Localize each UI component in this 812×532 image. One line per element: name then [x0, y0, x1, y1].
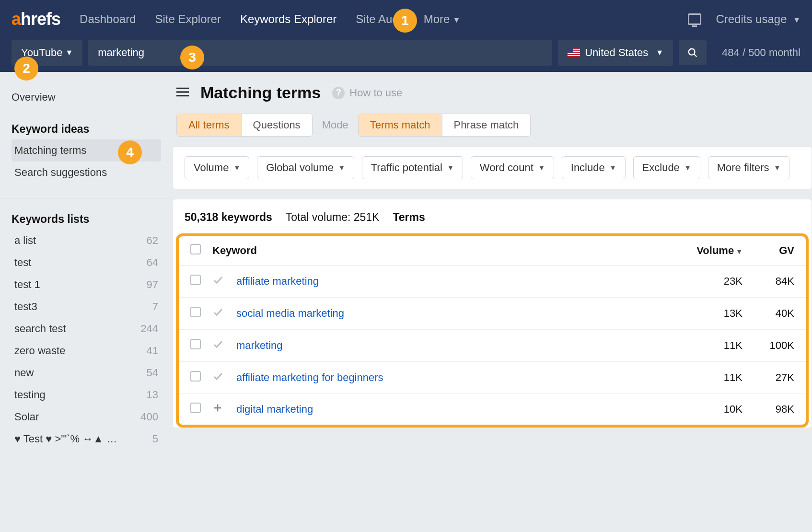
filter-exclude[interactable]: Exclude▼	[633, 156, 700, 179]
th-volume[interactable]: Volume▼	[676, 236, 748, 266]
seg-terms-match[interactable]: Terms match	[359, 114, 442, 136]
body: Overview Keyword ideas Matching terms 4 …	[0, 72, 812, 464]
list-name: Solar	[14, 411, 39, 423]
filter-global-volume[interactable]: Global volume▼	[257, 156, 354, 179]
row-checkbox[interactable]	[190, 339, 201, 349]
sidebar-list-item[interactable]: a list62	[12, 230, 161, 252]
svg-line-1	[694, 54, 697, 57]
sidebar-ideas-heading: Keyword ideas	[12, 123, 161, 136]
keyword-link[interactable]: marketing	[236, 339, 283, 351]
keyword-link[interactable]: social media marketing	[236, 307, 344, 319]
cell-volume: 11K	[676, 362, 748, 394]
sidebar-matching-terms[interactable]: Matching terms 4	[12, 139, 161, 162]
match-mode-toggle: Terms match Phrase match	[358, 114, 531, 137]
filter-include[interactable]: Include▼	[562, 156, 626, 179]
list-name: test	[14, 256, 31, 269]
filter-more-filters[interactable]: More filters▼	[708, 156, 790, 179]
seg-phrase-match[interactable]: Phrase match	[442, 114, 531, 136]
chevron-down-icon: ▼	[793, 16, 800, 24]
nav-more[interactable]: More▼	[424, 12, 461, 26]
table-row: affiliate marketing for beginners11K27K	[179, 362, 806, 394]
seg-questions[interactable]: Questions	[241, 114, 312, 136]
logo-rest: hrefs	[21, 9, 60, 29]
chevron-down-icon: ▼	[447, 164, 454, 172]
list-count: 41	[147, 345, 158, 357]
list-count: 54	[147, 367, 158, 379]
filter-word-count[interactable]: Word count▼	[471, 156, 554, 179]
keyword-link[interactable]: affiliate marketing for beginners	[236, 371, 383, 383]
sidebar-list-item[interactable]: new54	[12, 362, 161, 384]
list-name: new	[14, 367, 34, 379]
country-select[interactable]: United States ▼	[558, 40, 673, 66]
check-icon[interactable]	[212, 308, 224, 320]
list-name: ♥ Test ♥ >'"`% ↔▲ …	[14, 433, 117, 445]
stats-row: 50,318 keywords Total volume: 251K Terms	[173, 211, 812, 233]
step-badge-1: 1	[393, 9, 417, 33]
plus-icon[interactable]	[212, 404, 223, 416]
nav-site-explorer[interactable]: Site Explorer	[155, 12, 220, 26]
step-badge-4: 4	[118, 140, 142, 164]
keyword-input-value: marketing	[98, 46, 144, 59]
sidebar-list-item[interactable]: ♥ Test ♥ >'"`% ↔▲ …5	[12, 428, 161, 450]
chevron-down-icon: ▼	[610, 164, 616, 172]
row-checkbox[interactable]	[190, 371, 201, 382]
search-button[interactable]	[679, 40, 707, 65]
check-icon[interactable]	[212, 372, 224, 384]
sidebar-search-suggestions[interactable]: Search suggestions	[12, 162, 161, 184]
row-checkbox[interactable]	[190, 275, 201, 285]
sidebar-list-item[interactable]: search test244	[12, 318, 161, 340]
list-count: 5	[152, 433, 158, 445]
filters-card: Volume▼Global volume▼Traffic potential▼W…	[173, 146, 812, 189]
sidebar: Overview Keyword ideas Matching terms 4 …	[0, 72, 173, 464]
sidebar-item-label: Matching terms	[14, 144, 86, 157]
terms-label[interactable]: Terms	[393, 211, 425, 224]
th-volume-label: Volume	[696, 244, 734, 256]
filter-volume[interactable]: Volume▼	[185, 156, 249, 179]
monitor-icon[interactable]	[688, 13, 701, 25]
credits-usage[interactable]: Credits usage ▼	[716, 12, 800, 26]
sidebar-list-item[interactable]: testing13	[12, 384, 161, 406]
filter-label: Include	[571, 162, 605, 174]
nav-dashboard[interactable]: Dashboard	[80, 12, 136, 26]
main-content: Matching terms ? How to use All terms Qu…	[173, 72, 812, 464]
sidebar-overview[interactable]: Overview	[12, 86, 161, 108]
us-flag-icon	[568, 48, 580, 57]
how-to-use[interactable]: ? How to use	[332, 87, 402, 99]
keyword-input[interactable]: marketing	[88, 40, 552, 66]
page-header: Matching terms ? How to use	[173, 83, 812, 114]
chevron-down-icon: ▼	[684, 164, 691, 172]
check-icon[interactable]	[212, 276, 224, 288]
sidebar-list-item[interactable]: test64	[12, 252, 161, 274]
logo[interactable]: ahrefs	[12, 9, 60, 29]
total-volume: Total volume: 251K	[286, 211, 380, 224]
mode-label: Mode	[322, 119, 348, 131]
chevron-down-icon: ▼	[452, 16, 460, 24]
sidebar-item-label: Search suggestions	[14, 166, 107, 179]
hamburger-icon[interactable]	[176, 87, 189, 99]
checkbox-all[interactable]	[190, 244, 201, 254]
country-label: United States	[585, 46, 648, 59]
filter-label: More filters	[717, 162, 769, 174]
sidebar-list-item[interactable]: Solar400	[12, 406, 161, 428]
list-name: testing	[14, 389, 46, 401]
cell-gv: 40K	[748, 298, 806, 330]
list-name: test3	[14, 301, 37, 313]
keyword-link[interactable]: affiliate marketing	[236, 275, 319, 287]
sidebar-list-item[interactable]: test 197	[12, 274, 161, 296]
sidebar-list-item[interactable]: zero waste41	[12, 340, 161, 362]
nav-keywords-explorer[interactable]: Keywords Explorer	[240, 12, 336, 26]
filter-traffic-potential[interactable]: Traffic potential▼	[362, 156, 463, 179]
keyword-link[interactable]: digital marketing	[236, 403, 313, 415]
seg-all-terms[interactable]: All terms	[177, 114, 241, 136]
row-checkbox[interactable]	[190, 307, 201, 317]
row-checkbox[interactable]	[190, 403, 201, 413]
table-row: digital marketing10K98K	[179, 394, 806, 425]
th-keyword[interactable]: Keyword	[207, 236, 676, 266]
chevron-down-icon: ▼	[233, 164, 240, 172]
sidebar-list-item[interactable]: test37	[12, 296, 161, 318]
th-gv[interactable]: GV	[748, 236, 806, 266]
check-icon[interactable]	[212, 340, 224, 352]
filter-label: Global volume	[266, 162, 334, 174]
cell-volume: 11K	[676, 330, 748, 362]
list-name: zero waste	[14, 345, 65, 357]
